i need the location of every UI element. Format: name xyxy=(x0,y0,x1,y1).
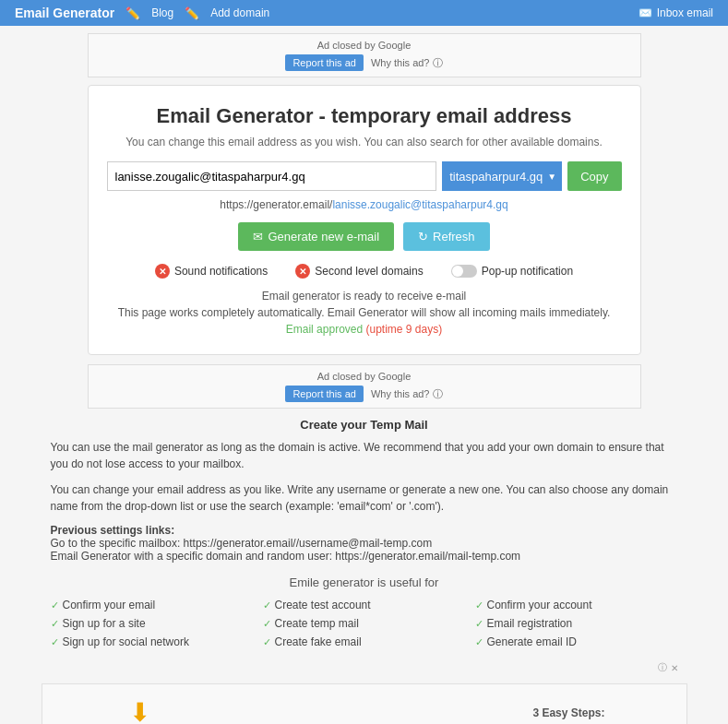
ad-bar-mid: Ad closed by Google Report this ad Why t… xyxy=(88,364,641,409)
check-icon: ✓ xyxy=(263,618,271,630)
email-input[interactable] xyxy=(107,161,437,191)
header: Email Generator ✏️ Blog ✏️ Add domain ✉️… xyxy=(0,0,728,26)
useful-item: ✓Sign up for social network xyxy=(51,635,254,648)
useful-item: ✓Sign up for a site xyxy=(51,617,254,630)
prev-links: Previous settings links: Go to the speci… xyxy=(51,524,678,563)
url-link: https://generator.email/lanisse.zougalic… xyxy=(107,198,622,211)
why-ad-link[interactable]: Why this ad? ⓘ xyxy=(371,56,443,70)
header-left: Email Generator ✏️ Blog ✏️ Add domain xyxy=(15,6,269,20)
toggle-popup: Pop-up notification xyxy=(451,265,573,278)
url-email-link[interactable]: lanisse.zougalic@titaspaharpur4.gq xyxy=(332,198,507,211)
content-area: Create your Temp Mail You can use the ma… xyxy=(42,418,687,674)
useful-item: ✓Confirm your email xyxy=(51,599,254,611)
report-ad-button-2[interactable]: Report this ad xyxy=(285,386,363,402)
second-level-toggle-off[interactable]: ✕ xyxy=(295,264,310,279)
useful-item: ✓Create fake email xyxy=(263,635,466,648)
prev-link-2: Email Generator with a specific domain a… xyxy=(51,550,521,563)
blog-icon: ✏️ xyxy=(125,6,140,20)
ad-closed-text: Ad closed by Google xyxy=(317,40,412,51)
copy-button[interactable]: Copy xyxy=(567,161,621,191)
why-ad-link-2[interactable]: Why this ad? ⓘ xyxy=(371,387,443,401)
prev-link-1: Go to the specific mailbox: https://gene… xyxy=(51,537,433,550)
refresh-icon: ↻ xyxy=(418,230,428,243)
toggles-row: ✕ Sound notifications ✕ Second level dom… xyxy=(107,264,622,279)
report-ad-button[interactable]: Report this ad xyxy=(285,54,363,71)
ad-small: ⓘ ✕ xyxy=(51,661,678,674)
check-icon: ✓ xyxy=(475,599,483,611)
sound-toggle-off[interactable]: ✕ xyxy=(155,264,170,279)
toggle-sound: ✕ Sound notifications xyxy=(155,264,268,279)
site-title: Email Generator xyxy=(15,6,114,20)
inbox-icon: ✉️ xyxy=(638,6,652,19)
continue-left: ⬇ CONTINUE xyxy=(55,697,225,724)
check-icon: ✓ xyxy=(263,636,271,648)
check-icon: ✓ xyxy=(475,618,483,630)
approved-text: Email approved (uptime 9 days) xyxy=(107,323,622,336)
card-subtitle: You can change this email address as you… xyxy=(107,136,622,148)
add-domain-link[interactable]: Add domain xyxy=(210,6,269,19)
useful-section: Emile generator is useful for ✓Confirm y… xyxy=(51,576,678,648)
useful-title: Emile generator is useful for xyxy=(51,576,678,589)
refresh-button[interactable]: ↻ Refresh xyxy=(403,222,490,251)
useful-item: ✓Confirm your account xyxy=(475,599,678,611)
continue-banner: ⬇ CONTINUE 3 Easy Steps: 1. Click Contin… xyxy=(42,683,687,724)
ad-bar-top: Ad closed by Google Report this ad Why t… xyxy=(88,33,641,77)
domain-select-wrap: titaspaharpur4.gq xyxy=(442,161,562,191)
useful-grid: ✓Confirm your email✓Create test account✓… xyxy=(51,599,678,648)
useful-item: ✓Generate email ID xyxy=(475,635,678,648)
generate-button[interactable]: ✉ Generate new e-mail xyxy=(238,222,394,251)
content-para-2: You can change your email address as you… xyxy=(51,481,678,515)
easy-steps: 3 Easy Steps: 1. Click Continue 2. Downl… xyxy=(532,706,673,725)
useful-item: ✓Create test account xyxy=(263,599,466,611)
useful-item: ✓Email registration xyxy=(475,617,678,630)
header-right: ✉️ Inbox email xyxy=(638,6,713,19)
check-icon: ✓ xyxy=(51,599,59,611)
section-title: Create your Temp Mail xyxy=(51,418,678,432)
check-icon: ✓ xyxy=(51,618,59,630)
envelope-icon: ✉ xyxy=(253,230,263,243)
status-auto-text: This page works completely automatically… xyxy=(107,306,622,319)
popup-toggle[interactable] xyxy=(451,265,477,278)
toggle-second-level: ✕ Second level domains xyxy=(295,264,423,279)
blog-link[interactable]: Blog xyxy=(151,6,173,19)
main-card: Email Generator - temporary email addres… xyxy=(88,85,641,355)
content-para-1: You can use the mail generator as long a… xyxy=(51,439,678,472)
check-icon: ✓ xyxy=(51,636,59,648)
ad-closed-text-2: Ad closed by Google xyxy=(317,371,412,382)
useful-item: ✓Create temp mail xyxy=(263,617,466,630)
card-title: Email Generator - temporary email addres… xyxy=(107,104,622,128)
inbox-link[interactable]: Inbox email xyxy=(657,6,713,19)
domain-select[interactable]: titaspaharpur4.gq xyxy=(442,161,562,191)
action-row: ✉ Generate new e-mail ↻ Refresh xyxy=(107,222,622,251)
check-icon: ✓ xyxy=(475,636,483,648)
arrow-down-icon: ⬇ xyxy=(129,697,150,724)
status-text: Email generator is ready to receive e-ma… xyxy=(107,290,622,303)
prev-links-title: Previous settings links: xyxy=(51,524,175,537)
check-icon: ✓ xyxy=(263,599,271,611)
pencil-icon: ✏️ xyxy=(185,6,199,20)
email-row: titaspaharpur4.gq Copy xyxy=(107,161,622,191)
